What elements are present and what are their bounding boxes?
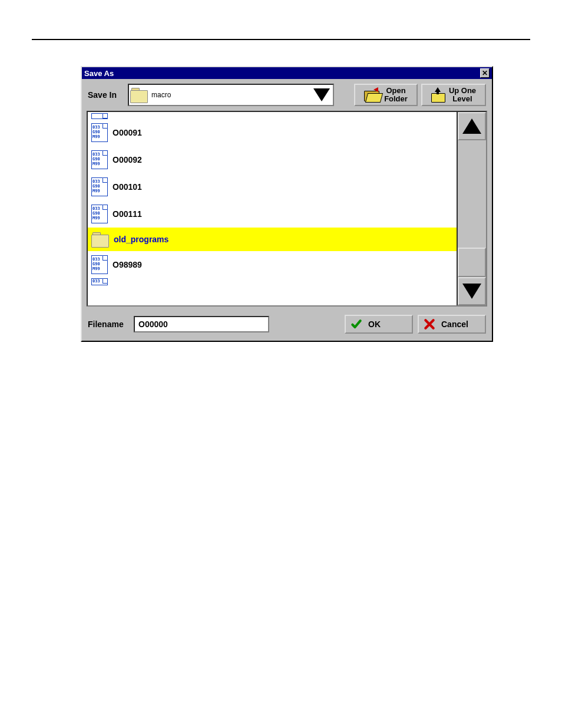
up-one-level-icon <box>431 87 445 103</box>
save-in-label: Save In <box>88 90 124 100</box>
file-name: O00091 <box>113 128 142 137</box>
ok-button[interactable]: OK <box>345 315 413 334</box>
ok-label: OK <box>368 319 381 329</box>
gcode-file-icon <box>91 113 108 119</box>
filename-label: Filename <box>88 319 129 329</box>
x-icon <box>424 318 435 330</box>
check-icon <box>351 318 362 330</box>
close-button[interactable]: ✕ <box>480 68 490 78</box>
arrow-down-icon <box>462 284 481 299</box>
file-panel: 033 G90 M99 O00091 033 G90 M99 O00092 03… <box>87 111 487 307</box>
list-item-selected[interactable]: old_programs <box>88 228 457 251</box>
open-folder-button[interactable]: Open Folder <box>354 84 418 106</box>
list-item[interactable]: 033 G90 M99 O00091 <box>88 119 457 146</box>
close-icon: ✕ <box>482 70 488 77</box>
open-folder-label-2: Folder <box>384 95 408 103</box>
bottom-row: Filename OK Cancel <box>82 311 492 341</box>
folder-icon <box>91 232 109 246</box>
open-folder-icon <box>364 88 381 101</box>
scroll-up-button[interactable] <box>458 112 486 140</box>
file-name: O98989 <box>113 260 142 269</box>
save-as-dialog: Save As ✕ Save In macro Open Folder <box>81 66 493 342</box>
list-item[interactable]: 033 G90 M99 O00101 <box>88 173 457 200</box>
folder-icon <box>130 88 148 102</box>
scroll-down-button[interactable] <box>458 277 486 305</box>
titlebar: Save As ✕ <box>82 67 492 79</box>
open-folder-label-1: Open <box>384 87 408 95</box>
gcode-file-icon: 033 <box>91 278 108 285</box>
file-name: O00092 <box>113 155 142 164</box>
scrollbar <box>457 112 486 305</box>
gcode-file-icon: 033 G90 M99 <box>91 123 108 142</box>
toolbar: Save In macro Open Folder Up O <box>82 79 492 111</box>
folder-name: old_programs <box>114 235 168 244</box>
list-item[interactable] <box>88 112 457 119</box>
up-one-label-2: Level <box>449 95 476 103</box>
list-item[interactable]: 033 G90 M99 O98989 <box>88 251 457 278</box>
gcode-file-icon: 033 G90 M99 <box>91 177 108 196</box>
list-item[interactable]: 033 G90 M99 O00111 <box>88 200 457 228</box>
arrow-up-icon <box>462 118 481 134</box>
scroll-thumb[interactable] <box>458 248 486 277</box>
page-divider <box>32 39 530 40</box>
up-one-label-1: Up One <box>449 87 476 95</box>
gcode-file-icon: 033 G90 M99 <box>91 205 108 223</box>
filename-input[interactable] <box>134 316 269 332</box>
list-item[interactable]: 033 <box>88 278 457 286</box>
current-folder-name: macro <box>151 91 312 99</box>
cancel-label: Cancel <box>441 319 468 329</box>
up-one-level-button[interactable]: Up One Level <box>421 84 486 106</box>
gcode-file-icon: 033 G90 M99 <box>91 150 108 169</box>
save-in-dropdown[interactable]: macro <box>128 84 334 106</box>
chevron-down-icon <box>313 88 330 101</box>
file-name: O00101 <box>113 182 142 192</box>
dropdown-arrow-button[interactable] <box>312 85 332 105</box>
scroll-track[interactable] <box>458 140 486 277</box>
list-item[interactable]: 033 G90 M99 O00092 <box>88 146 457 173</box>
cancel-button[interactable]: Cancel <box>418 315 486 334</box>
file-list[interactable]: 033 G90 M99 O00091 033 G90 M99 O00092 03… <box>88 112 457 305</box>
dialog-title: Save As <box>84 69 114 78</box>
gcode-file-icon: 033 G90 M99 <box>91 255 108 274</box>
file-name: O00111 <box>113 209 142 219</box>
